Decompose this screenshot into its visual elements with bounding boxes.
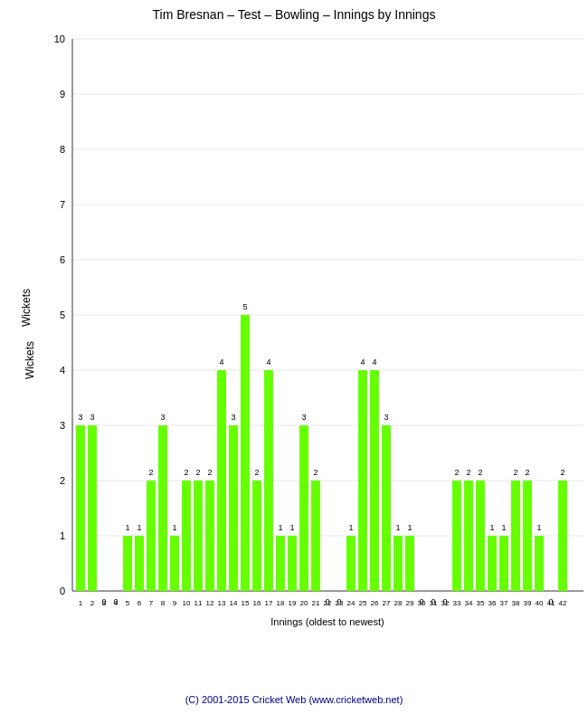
svg-text:42: 42 [559,599,567,607]
svg-text:1: 1 [125,523,129,532]
chart-svg: 10 9 8 7 6 5 4 3 2 1 0 3 3 0 [27,30,588,645]
svg-text:2: 2 [313,468,318,477]
svg-text:7: 7 [60,199,65,210]
bar-33 [452,481,461,591]
svg-text:0: 0 [60,586,65,596]
svg-text:33: 33 [453,599,461,607]
bar-15 [241,315,250,591]
svg-text:1: 1 [407,523,412,532]
svg-text:35: 35 [477,599,485,607]
svg-text:27: 27 [383,599,391,607]
svg-text:16: 16 [253,599,261,607]
svg-text:2: 2 [148,468,153,477]
svg-text:2: 2 [207,468,212,477]
svg-text:31: 31 [430,599,438,607]
svg-text:13: 13 [218,599,226,607]
svg-text:2: 2 [195,468,200,477]
svg-text:24: 24 [347,599,356,607]
bar-27 [382,425,391,591]
svg-text:1: 1 [536,523,541,532]
svg-text:12: 12 [206,599,214,607]
svg-text:8: 8 [60,144,65,155]
svg-text:1: 1 [278,523,282,532]
svg-text:9: 9 [60,89,65,100]
svg-text:29: 29 [406,599,414,607]
bar-37 [499,536,508,591]
svg-text:2: 2 [525,468,529,477]
svg-text:2: 2 [254,468,259,477]
bar-17 [264,370,273,591]
svg-text:40: 40 [536,599,544,607]
svg-text:19: 19 [289,599,297,607]
svg-text:1: 1 [137,523,141,532]
svg-text:4: 4 [219,357,223,367]
bar-19 [288,536,297,591]
bar-9 [170,536,179,591]
svg-text:15: 15 [242,599,250,607]
svg-text:4: 4 [372,357,376,367]
svg-text:1: 1 [348,523,353,532]
bar-24 [346,536,356,591]
svg-text:4: 4 [360,357,365,367]
svg-text:1: 1 [172,523,176,532]
svg-text:23: 23 [336,599,344,607]
copyright-text: (C) 2001-2015 Cricket Web (www.cricketwe… [0,694,588,705]
bar-16 [252,481,261,591]
svg-text:3: 3 [231,413,235,422]
svg-text:37: 37 [500,599,508,607]
svg-text:28: 28 [394,599,403,607]
svg-text:14: 14 [230,599,238,607]
svg-text:2: 2 [60,475,65,486]
bar-28 [394,536,403,591]
svg-text:41: 41 [547,599,555,607]
bar-39 [523,481,532,591]
bar-21 [311,481,320,591]
bar-5 [123,536,132,591]
chart-container: Tim Bresnan – Test – Bowling – Innings b… [0,0,588,724]
svg-text:5: 5 [60,310,65,320]
svg-text:3: 3 [384,413,388,422]
svg-text:21: 21 [312,599,320,607]
svg-text:1: 1 [489,523,494,532]
bar-7 [147,481,156,591]
svg-text:4: 4 [114,599,119,607]
svg-text:9: 9 [173,599,177,607]
svg-text:2: 2 [184,468,188,477]
bar-42 [558,481,567,591]
bar-2 [88,425,97,591]
bar-25 [358,370,367,591]
svg-text:39: 39 [524,599,532,607]
svg-text:2: 2 [454,468,459,477]
bar-34 [464,481,473,591]
svg-text:4: 4 [60,365,65,376]
svg-text:2: 2 [478,468,482,477]
svg-text:2: 2 [466,468,470,477]
bar-10 [182,481,191,591]
bar-1 [76,425,85,591]
svg-text:18: 18 [277,599,285,607]
svg-text:3: 3 [102,599,107,607]
svg-text:1: 1 [395,523,400,532]
svg-text:3: 3 [78,413,82,422]
svg-text:2: 2 [560,468,564,477]
svg-text:38: 38 [512,599,520,607]
y-axis-label: Wickets [24,341,36,379]
svg-text:2: 2 [90,599,95,607]
bar-11 [194,481,203,591]
svg-text:3: 3 [160,413,165,422]
bar-40 [535,536,544,591]
svg-text:17: 17 [265,599,273,607]
bar-18 [276,536,285,591]
svg-text:30: 30 [418,599,426,607]
svg-text:6: 6 [60,254,65,265]
bar-26 [370,370,379,591]
svg-text:3: 3 [301,413,306,422]
bar-13 [217,370,226,591]
svg-text:25: 25 [359,599,367,607]
svg-text:5: 5 [242,302,247,311]
bar-29 [405,536,414,591]
svg-text:11: 11 [194,599,203,607]
bar-35 [476,481,485,591]
y-axis-label: Wickets [20,289,33,327]
svg-text:1: 1 [79,599,83,607]
